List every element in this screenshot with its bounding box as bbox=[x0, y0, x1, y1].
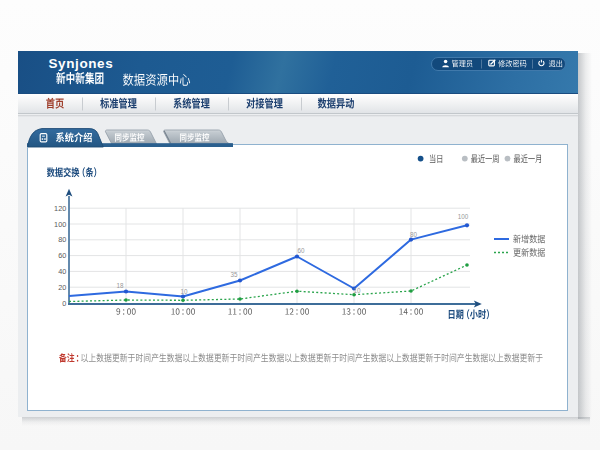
svg-text:120: 120 bbox=[54, 204, 66, 213]
svg-text:10: 10 bbox=[180, 288, 188, 295]
svg-text:60: 60 bbox=[297, 247, 305, 254]
svg-text:10: 10 bbox=[353, 287, 361, 294]
svg-text:100: 100 bbox=[458, 213, 469, 220]
svg-text:40: 40 bbox=[58, 267, 66, 276]
svg-text:20: 20 bbox=[58, 283, 66, 292]
svg-text:100: 100 bbox=[54, 220, 66, 229]
svg-text:80: 80 bbox=[410, 231, 418, 238]
svg-text:0: 0 bbox=[62, 299, 66, 308]
svg-text:80: 80 bbox=[58, 235, 66, 244]
svg-text:18: 18 bbox=[116, 282, 124, 289]
svg-text:60: 60 bbox=[58, 251, 66, 260]
svg-text:35: 35 bbox=[230, 271, 238, 278]
